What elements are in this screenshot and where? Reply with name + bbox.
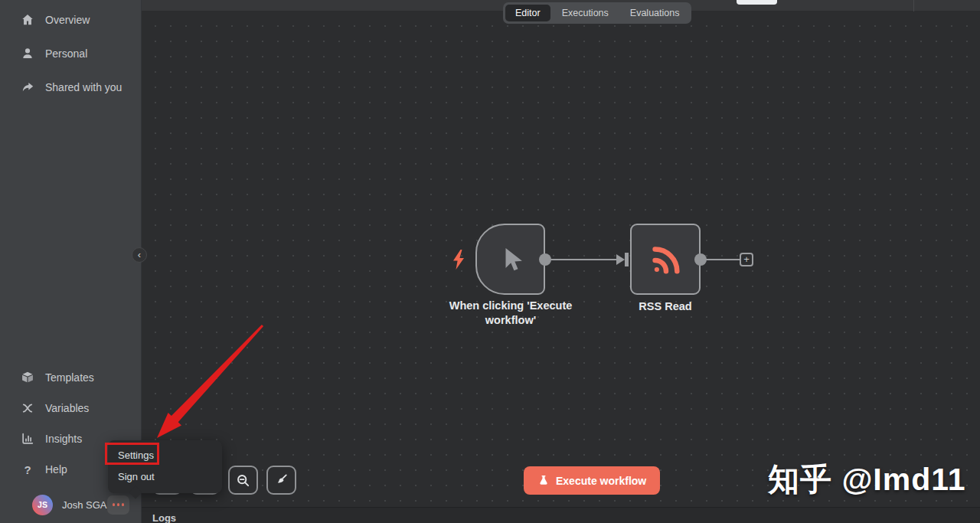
tab-editor[interactable]: Editor: [505, 5, 550, 21]
bar-chart-icon: [20, 431, 35, 446]
zoom-out-icon: [236, 473, 250, 488]
menu-item-settings[interactable]: Settings: [108, 445, 222, 466]
avatar: JS: [32, 495, 53, 515]
sidebar-item-label: Templates: [45, 371, 94, 384]
trigger-bolt-icon: [451, 249, 466, 270]
output-port-rss[interactable]: [694, 253, 707, 266]
sidebar-item-templates[interactable]: Templates: [0, 362, 141, 393]
ellipsis-dot: [122, 503, 125, 506]
tidy-up-button[interactable]: [266, 466, 296, 495]
node-label-trigger: When clicking 'Execute workflow': [442, 299, 580, 328]
package-icon: [20, 370, 35, 385]
node-rss-read[interactable]: [630, 224, 701, 295]
tab-executions[interactable]: Executions: [552, 5, 619, 21]
ellipsis-dot: [117, 503, 120, 506]
sidebar-item-shared-with-you[interactable]: Shared with you: [0, 70, 141, 104]
share-icon: [20, 80, 35, 95]
user-menu-ellipsis-button[interactable]: [107, 495, 129, 515]
user-context-menu: Settings Sign out: [108, 440, 222, 493]
cursor-icon: [498, 245, 528, 274]
sidebar-item-label: Variables: [45, 402, 89, 414]
execute-workflow-label: Execute workflow: [556, 475, 646, 487]
partial-topbar-button[interactable]: [737, 0, 777, 5]
rss-icon: [648, 242, 683, 277]
logs-panel-title: Logs: [152, 512, 980, 523]
zoom-out-button[interactable]: [228, 466, 258, 495]
node-label-rss: RSS Read: [596, 299, 734, 314]
sidebar-item-label: Help: [45, 463, 67, 476]
connection-arrowhead: [616, 254, 625, 265]
view-tabs: Editor Executions Evaluations: [503, 2, 691, 24]
sidebar-item-overview[interactable]: Overview: [0, 3, 141, 37]
sidebar-item-variables[interactable]: Variables: [0, 393, 141, 423]
ellipsis-dot: [113, 503, 116, 506]
menu-item-sign-out[interactable]: Sign out: [108, 466, 222, 488]
topbar-divider: [913, 0, 914, 11]
user-name: Josh SGA: [62, 499, 107, 511]
execute-workflow-button[interactable]: Execute workflow: [524, 466, 660, 495]
logs-panel[interactable]: Logs: [142, 507, 980, 523]
sidebar-item-personal[interactable]: Personal: [0, 37, 141, 70]
tab-evaluations[interactable]: Evaluations: [620, 5, 690, 21]
sidebar-item-label: Insights: [45, 433, 82, 445]
tidy-up-broom-icon: [275, 473, 289, 487]
output-port-trigger[interactable]: [539, 253, 551, 266]
connection-wire[interactable]: [545, 259, 618, 260]
user-icon: [20, 46, 35, 61]
add-node-button[interactable]: +: [740, 253, 753, 266]
flask-icon: [537, 475, 550, 487]
sidebar-collapse-button[interactable]: ‹: [132, 247, 147, 263]
sidebar-item-label: Shared with you: [45, 81, 122, 93]
home-icon: [20, 12, 35, 28]
question-icon: ?: [20, 462, 35, 477]
sidebar-item-label: Overview: [45, 14, 90, 26]
input-port-rss[interactable]: [625, 253, 629, 266]
node-manual-trigger[interactable]: [475, 224, 545, 295]
variable-x-icon: [20, 400, 35, 416]
sidebar-item-label: Personal: [45, 47, 87, 60]
